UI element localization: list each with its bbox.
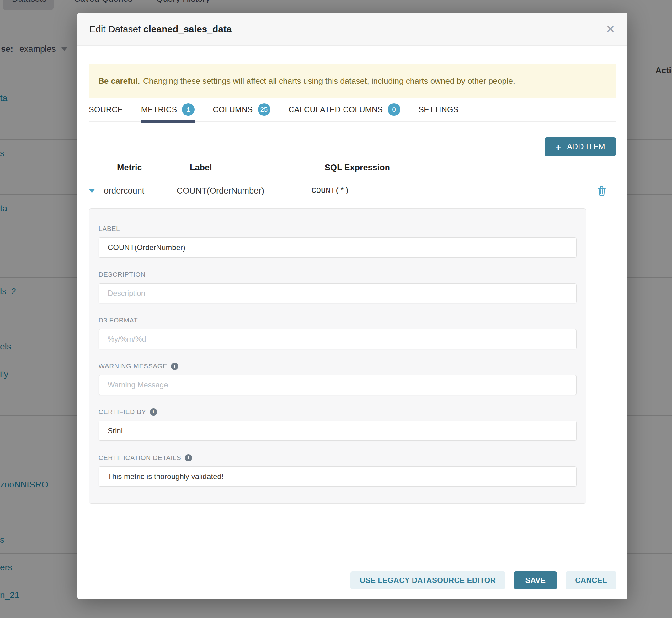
expand-caret-icon[interactable] <box>89 189 95 193</box>
trash-icon <box>597 185 606 196</box>
tab-badge: 1 <box>182 103 195 116</box>
field-label: LABEL <box>99 225 577 258</box>
screen: Datasets Saved Queries Query History se:… <box>0 0 672 618</box>
warning-banner-text: Changing these settings will affect all … <box>143 76 515 86</box>
column-header-sql-expression: SQL Expression <box>325 163 597 173</box>
column-header-label: Label <box>190 163 325 173</box>
field-certification-details: CERTIFICATION DETAILS i <box>99 454 577 487</box>
tab-label: CALCULATED COLUMNS <box>289 105 383 114</box>
d3-format-input[interactable] <box>99 329 577 349</box>
metric-sql: COUNT(*) <box>311 186 597 195</box>
modal-title-prefix: Edit Dataset <box>89 24 143 34</box>
info-icon: i <box>150 408 157 416</box>
add-item-button[interactable]: + ADD ITEM <box>545 137 616 156</box>
save-button[interactable]: SAVE <box>514 571 557 589</box>
tab-label: SOURCE <box>89 105 123 114</box>
field-label-caption: D3 FORMAT <box>99 317 577 324</box>
metric-detail-panel: LABEL DESCRIPTION D3 FORMAT <box>89 208 586 504</box>
field-description: DESCRIPTION <box>99 271 577 303</box>
description-input[interactable] <box>99 283 577 303</box>
field-label-caption: WARNING MESSAGE i <box>99 362 577 370</box>
add-item-row: + ADD ITEM <box>89 137 616 156</box>
info-icon: i <box>171 363 178 370</box>
info-icon: i <box>185 454 192 461</box>
metrics-table: Metric Label SQL Expression ordercount C… <box>89 163 616 200</box>
modal-header: Edit Dataset cleaned_sales_data ✕ <box>78 13 627 46</box>
tab-label: SETTINGS <box>418 105 458 114</box>
field-caption-text: WARNING MESSAGE <box>99 362 167 370</box>
tab-badge: 0 <box>388 103 400 116</box>
field-caption-text: CERTIFICATION DETAILS <box>99 454 181 461</box>
tab-badge: 25 <box>258 103 270 116</box>
field-label-caption: CERTIFIED BY i <box>99 408 577 416</box>
field-label-caption: LABEL <box>99 225 577 232</box>
field-caption-text: LABEL <box>99 225 120 232</box>
label-input[interactable] <box>99 237 577 258</box>
tab-settings[interactable]: SETTINGS <box>418 103 458 121</box>
metrics-table-header: Metric Label SQL Expression <box>89 163 616 173</box>
certification-details-input[interactable] <box>99 467 577 487</box>
tab-calculated-columns[interactable]: CALCULATED COLUMNS 0 <box>289 103 401 121</box>
cancel-button[interactable]: CANCEL <box>566 571 616 589</box>
tab-bar: SOURCE METRICS 1 COLUMNS 25 CALCULATED C… <box>89 103 616 122</box>
field-label-caption: CERTIFICATION DETAILS i <box>99 454 577 461</box>
field-label-caption: DESCRIPTION <box>99 271 577 278</box>
field-caption-text: CERTIFIED BY <box>99 408 146 416</box>
field-caption-text: D3 FORMAT <box>99 317 138 324</box>
field-warning-message: WARNING MESSAGE i <box>99 362 577 395</box>
column-header-metric: Metric <box>117 163 190 173</box>
close-icon[interactable]: ✕ <box>606 23 615 35</box>
modal-footer: USE LEGACY DATASOURCE EDITOR SAVE CANCEL <box>78 561 627 599</box>
modal-title: Edit Dataset cleaned_sales_data <box>89 24 232 34</box>
field-certified-by: CERTIFIED BY i <box>99 408 577 441</box>
metric-label: COUNT(OrderNumber) <box>177 186 311 196</box>
modal-title-dataset-name: cleaned_sales_data <box>143 24 232 34</box>
add-item-label: ADD ITEM <box>567 142 605 151</box>
warning-banner-bold: Be careful. <box>98 76 140 86</box>
warning-banner: Be careful. Changing these settings will… <box>89 64 616 98</box>
metric-name: ordercount <box>104 186 177 196</box>
warning-message-input[interactable] <box>99 375 577 395</box>
use-legacy-datasource-editor-button[interactable]: USE LEGACY DATASOURCE EDITOR <box>351 571 505 589</box>
plus-icon: + <box>555 142 561 152</box>
field-d3-format: D3 FORMAT <box>99 317 577 349</box>
tab-metrics[interactable]: METRICS 1 <box>141 103 195 121</box>
tab-source[interactable]: SOURCE <box>89 103 123 121</box>
field-caption-text: DESCRIPTION <box>99 271 146 278</box>
tab-columns[interactable]: COLUMNS 25 <box>213 103 270 121</box>
certified-by-input[interactable] <box>99 421 577 441</box>
edit-dataset-modal: Edit Dataset cleaned_sales_data ✕ Be car… <box>78 13 627 599</box>
modal-body: Be careful. Changing these settings will… <box>78 46 627 561</box>
tab-label: COLUMNS <box>213 105 253 114</box>
metric-row: ordercount COUNT(OrderNumber) COUNT(*) <box>89 177 616 200</box>
tab-label: METRICS <box>141 105 177 114</box>
delete-metric-button[interactable] <box>597 185 616 196</box>
